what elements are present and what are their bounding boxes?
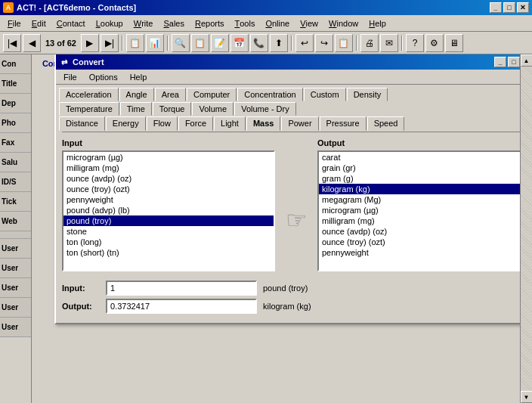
toolbar-btn-1[interactable]: 📋 bbox=[126, 34, 144, 52]
sidebar-item-con[interactable]: Con bbox=[0, 54, 31, 74]
toolbar-btn-16[interactable]: 🖥 bbox=[445, 34, 463, 52]
toolbar-btn-11[interactable]: 📋 bbox=[335, 34, 353, 52]
dialog-menu-help[interactable]: Help bbox=[125, 72, 152, 82]
sidebar-item-user2[interactable]: User bbox=[0, 259, 31, 278]
tab-angle[interactable]: Angle bbox=[119, 88, 154, 101]
tab-pressure[interactable]: Pressure bbox=[320, 116, 367, 131]
toolbar-btn-2[interactable]: 📊 bbox=[146, 34, 164, 52]
toolbar-btn-4[interactable]: 📋 bbox=[191, 34, 209, 52]
input-list-item[interactable]: ton (long) bbox=[63, 237, 274, 247]
dialog-menu-file[interactable]: File bbox=[59, 72, 82, 82]
output-list-item[interactable]: milligram (mg) bbox=[319, 215, 520, 226]
nav-next-button[interactable]: ▶ bbox=[81, 34, 99, 52]
input-list-item[interactable]: ounce (troy) (ozt) bbox=[63, 184, 274, 194]
tab-volume-dry[interactable]: Volume - Dry bbox=[234, 102, 296, 116]
toolbar-btn-7[interactable]: 📞 bbox=[250, 34, 268, 52]
sidebar-item-pho[interactable]: Pho bbox=[0, 113, 31, 133]
output-list-item[interactable]: carat bbox=[319, 152, 520, 163]
sidebar-item-web[interactable]: Web bbox=[0, 212, 31, 231]
sidebar-item-dep[interactable]: Dep bbox=[0, 94, 31, 113]
nav-last-button[interactable]: ▶| bbox=[101, 34, 119, 52]
tab-energy[interactable]: Energy bbox=[106, 116, 146, 131]
sidebar-item-user3[interactable]: User bbox=[0, 278, 31, 298]
input-list-item[interactable]: milligram (mg) bbox=[63, 163, 274, 173]
output-list-item[interactable]: gram (g) bbox=[319, 173, 520, 184]
sidebar-item-user4[interactable]: User bbox=[0, 298, 31, 318]
toolbar-btn-12[interactable]: 🖨 bbox=[360, 34, 379, 52]
toolbar-btn-8[interactable]: ⬆ bbox=[270, 34, 288, 52]
app-minimize-button[interactable]: _ bbox=[490, 2, 502, 13]
nav-prev-button[interactable]: ◀ bbox=[23, 34, 41, 52]
scroll-down-button[interactable]: ▼ bbox=[521, 391, 533, 403]
tab-force[interactable]: Force bbox=[178, 116, 213, 131]
scroll-track[interactable] bbox=[521, 67, 533, 391]
scroll-up-button[interactable]: ▲ bbox=[521, 54, 533, 67]
nav-first-button[interactable]: |◀ bbox=[3, 34, 21, 52]
menu-file[interactable]: File bbox=[3, 16, 26, 31]
tab-volume[interactable]: Volume bbox=[192, 102, 234, 116]
dialog-menu-options[interactable]: Options bbox=[85, 72, 122, 82]
tab-distance[interactable]: Distance bbox=[59, 116, 105, 131]
output-list-item[interactable]: ounce (troy) (ozt) bbox=[319, 237, 520, 247]
input-list-item[interactable]: pound (advp) (lb) bbox=[63, 205, 274, 215]
tab-torque[interactable]: Torque bbox=[153, 102, 192, 116]
input-list-item-selected[interactable]: pound (troy) bbox=[63, 215, 274, 226]
tab-mass[interactable]: Mass bbox=[246, 116, 281, 131]
tab-speed[interactable]: Speed bbox=[367, 116, 405, 131]
toolbar-btn-5[interactable]: 📝 bbox=[211, 34, 229, 52]
menu-contact[interactable]: Contact bbox=[52, 16, 90, 31]
menu-window[interactable]: Window bbox=[324, 16, 363, 31]
input-list-item[interactable]: ton (short) (tn) bbox=[63, 247, 274, 258]
toolbar-btn-13[interactable]: ✉ bbox=[380, 34, 398, 52]
menu-view[interactable]: View bbox=[295, 16, 323, 31]
sidebar-item-user5[interactable]: User bbox=[0, 318, 31, 337]
toolbar-btn-14[interactable]: ? bbox=[406, 34, 424, 52]
output-field[interactable] bbox=[106, 299, 257, 314]
tab-custom[interactable]: Custom bbox=[304, 88, 346, 101]
toolbar-btn-15[interactable]: ⚙ bbox=[425, 34, 444, 52]
tab-concentration[interactable]: Concentration bbox=[237, 88, 303, 101]
tab-time[interactable]: Time bbox=[120, 102, 152, 116]
input-field[interactable] bbox=[106, 281, 257, 296]
app-close-button[interactable]: ✕ bbox=[517, 2, 529, 13]
sidebar-item-tick[interactable]: Tick bbox=[0, 192, 31, 212]
input-list-item[interactable]: microgram (µg) bbox=[63, 152, 274, 163]
tab-light[interactable]: Light bbox=[214, 116, 246, 131]
sidebar-item-ids[interactable]: ID/S bbox=[0, 172, 31, 192]
output-list-item[interactable]: megagram (Mg) bbox=[319, 194, 520, 205]
menu-write[interactable]: Write bbox=[129, 16, 158, 31]
sidebar-item-salu[interactable]: Salu bbox=[0, 153, 31, 172]
tab-acceleration[interactable]: Acceleration bbox=[59, 88, 119, 101]
sidebar-item-user1[interactable]: User bbox=[0, 239, 31, 259]
input-list-item[interactable]: ounce (avdp) (oz) bbox=[63, 173, 274, 184]
sidebar-item-title[interactable]: Title bbox=[0, 74, 31, 94]
menu-reports[interactable]: Reports bbox=[190, 16, 229, 31]
toolbar-btn-10[interactable]: ↪ bbox=[315, 34, 333, 52]
app-maximize-button[interactable]: □ bbox=[503, 2, 515, 13]
tab-power[interactable]: Power bbox=[281, 116, 318, 131]
menu-lookup[interactable]: Lookup bbox=[91, 16, 128, 31]
menu-help[interactable]: Help bbox=[364, 16, 391, 31]
menu-online[interactable]: Online bbox=[261, 16, 294, 31]
input-list-item[interactable]: stone bbox=[63, 226, 274, 237]
output-list-item[interactable]: ounce (avdp) (oz) bbox=[319, 226, 520, 237]
output-list-item-selected[interactable]: kilogram (kg) bbox=[319, 184, 520, 194]
menu-sales[interactable]: Sales bbox=[159, 16, 189, 31]
output-list-item[interactable]: grain (gr) bbox=[319, 163, 520, 173]
sidebar-item-fax[interactable]: Fax bbox=[0, 133, 31, 153]
tab-computer[interactable]: Computer bbox=[187, 88, 237, 101]
menu-edit[interactable]: Edit bbox=[27, 16, 51, 31]
input-listbox[interactable]: microgram (µg) milligram (mg) ounce (avd… bbox=[62, 150, 275, 271]
output-list-item[interactable]: pennyweight bbox=[319, 247, 520, 258]
input-list-item[interactable]: pennyweight bbox=[63, 194, 274, 205]
toolbar-btn-6[interactable]: 📅 bbox=[230, 34, 249, 52]
output-list-item[interactable]: microgram (µg) bbox=[319, 205, 520, 215]
tab-area[interactable]: Area bbox=[155, 88, 186, 101]
tab-temperature[interactable]: Temperature bbox=[59, 102, 119, 116]
tab-density[interactable]: Density bbox=[347, 88, 388, 101]
toolbar-btn-3[interactable]: 🔍 bbox=[172, 34, 190, 52]
menu-tools[interactable]: Tools bbox=[230, 16, 259, 31]
output-listbox[interactable]: carat grain (gr) gram (g) kilogram (kg) … bbox=[317, 150, 520, 271]
dialog-maximize-button[interactable]: □ bbox=[508, 57, 520, 67]
dialog-minimize-button[interactable]: _ bbox=[494, 57, 506, 67]
